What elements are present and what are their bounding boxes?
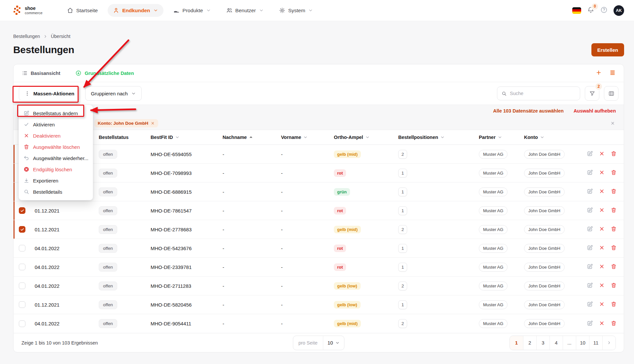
page-button-3[interactable]: 3 xyxy=(536,336,549,350)
cancel-row-button[interactable] xyxy=(599,226,605,233)
edit-row-button[interactable] xyxy=(587,263,593,271)
breadcrumb-item-bestellungen[interactable]: Bestellungen xyxy=(13,34,40,39)
edit-row-button[interactable] xyxy=(587,226,593,233)
row-checkbox[interactable] xyxy=(19,320,25,327)
funnel-icon xyxy=(589,90,595,97)
delete-row-button[interactable] xyxy=(611,301,617,308)
cancel-row-button[interactable] xyxy=(599,245,605,252)
row-checkbox[interactable] xyxy=(19,301,25,308)
menu-item-deaktivieren[interactable]: Deaktivieren xyxy=(19,130,93,141)
delete-row-button[interactable] xyxy=(611,282,617,289)
column-header-vorname[interactable]: Vorname xyxy=(281,135,334,140)
tab-basisansicht[interactable]: Basisansicht xyxy=(21,70,60,76)
column-header-nachname[interactable]: Nachname xyxy=(223,135,281,140)
column-header-bestellpositionen[interactable]: Bestellpositionen xyxy=(398,135,479,140)
group-by-button[interactable]: Gruppieren nach xyxy=(85,86,142,101)
menu-item-bestellstatus-ändern[interactable]: Bestellstatus ändern xyxy=(19,108,93,119)
row-checkbox[interactable] xyxy=(19,282,25,289)
create-button[interactable]: Erstellen xyxy=(591,43,624,56)
cancel-row-button[interactable] xyxy=(599,150,605,158)
delete-row-button[interactable] xyxy=(611,207,617,214)
edit-row-button[interactable] xyxy=(587,245,593,252)
edit-row-button[interactable] xyxy=(587,169,593,177)
per-page-select[interactable]: 10 xyxy=(323,336,344,350)
nav-item-benutzer[interactable]: Benutzer xyxy=(221,4,269,17)
next-page-button[interactable] xyxy=(602,336,616,350)
cancel-row-button[interactable] xyxy=(599,282,605,289)
row-checkbox[interactable] xyxy=(19,264,25,270)
remove-chip-icon[interactable] xyxy=(151,121,155,125)
delete-row-button[interactable] xyxy=(611,263,617,271)
menu-item-exportieren[interactable]: Exportieren xyxy=(19,175,93,186)
language-flag-german[interactable] xyxy=(572,7,581,14)
menu-item-bestelldetails[interactable]: Bestelldetails xyxy=(19,186,93,197)
positionen-badge: 1 xyxy=(398,187,407,196)
partner-badge: Muster AG xyxy=(479,206,508,215)
view-density-button[interactable] xyxy=(609,69,616,77)
delete-row-button[interactable] xyxy=(611,320,617,327)
trash-icon xyxy=(611,169,617,176)
edit-row-button[interactable] xyxy=(587,188,593,195)
page-button-4[interactable]: 4 xyxy=(549,336,563,350)
close-chips-icon[interactable] xyxy=(610,121,615,126)
delete-row-button[interactable] xyxy=(611,226,617,233)
delete-row-button[interactable] xyxy=(611,245,617,252)
delete-row-button[interactable] xyxy=(611,169,617,177)
app-logo[interactable]: shoe commerce xyxy=(13,6,43,16)
delete-row-button[interactable] xyxy=(611,150,617,158)
per-page-control[interactable]: pro Seite 10 xyxy=(293,336,345,350)
edit-row-button[interactable] xyxy=(587,282,593,289)
column-header-bestfit-id[interactable]: BestFit ID xyxy=(151,135,223,140)
menu-item-aktivieren[interactable]: Aktivieren xyxy=(19,119,93,130)
help-button[interactable] xyxy=(600,6,608,15)
vorname-value: - xyxy=(281,302,283,308)
sort-chevron-down-icon xyxy=(175,135,180,140)
row-checkbox-checked[interactable] xyxy=(19,226,25,233)
menu-item-ausgewählte-wiederher[interactable]: Ausgewählte wiederher... xyxy=(19,152,93,164)
cancel-row-button[interactable] xyxy=(599,263,605,271)
page-button-2[interactable]: 2 xyxy=(523,336,536,350)
edit-row-button[interactable] xyxy=(587,320,593,327)
sort-chevron-down-icon xyxy=(365,135,370,140)
column-header-bestellstatus[interactable]: Bestellstatus xyxy=(99,135,151,140)
nav-item-label: System xyxy=(288,8,305,14)
add-view-button[interactable] xyxy=(595,69,602,77)
column-header-konto[interactable]: Konto xyxy=(524,135,587,140)
vorname-value: - xyxy=(281,189,283,195)
row-checkbox-checked[interactable] xyxy=(19,207,25,214)
notifications-button[interactable]: 0 xyxy=(587,6,594,15)
cancel-row-button[interactable] xyxy=(599,188,605,195)
page-button-1[interactable]: 1 xyxy=(510,336,523,350)
delete-row-button[interactable] xyxy=(611,188,617,195)
columns-button[interactable] xyxy=(604,86,618,101)
bestfit-id-cell: MHO-DE-5423676 xyxy=(151,246,223,251)
menu-item-label: Exportieren xyxy=(33,178,58,183)
edit-row-button[interactable] xyxy=(587,301,593,308)
menu-item-ausgewählte-löschen[interactable]: Ausgewählte löschen xyxy=(19,141,93,152)
user-avatar[interactable]: AK xyxy=(614,5,624,16)
nav-item-system[interactable]: System xyxy=(274,4,319,17)
page-button-10[interactable]: 10 xyxy=(576,336,589,350)
bulk-actions-button[interactable]: Massen-Aktionen xyxy=(19,86,80,101)
edit-row-button[interactable] xyxy=(587,150,593,158)
menu-item-endgültig-löschen[interactable]: Endgültig löschen xyxy=(19,164,93,175)
cancel-row-button[interactable] xyxy=(599,301,605,308)
order-date-cell: 04.01.2022 xyxy=(35,246,99,251)
column-header-partner[interactable]: Partner xyxy=(479,135,524,140)
search-input[interactable] xyxy=(510,91,576,96)
page-button-...[interactable]: ... xyxy=(563,336,576,350)
cancel-row-button[interactable] xyxy=(599,320,605,327)
nav-item-produkte[interactable]: Produkte xyxy=(168,4,216,17)
cancel-row-button[interactable] xyxy=(599,207,605,214)
nav-item-startseite[interactable]: Startseite xyxy=(62,4,103,17)
row-checkbox[interactable] xyxy=(19,245,25,251)
page-button-11[interactable]: 11 xyxy=(589,336,602,350)
column-header-ortho-ampel[interactable]: Ortho-Ampel xyxy=(334,135,398,140)
clear-selection-link[interactable]: Auswahl aufheben xyxy=(574,108,616,114)
tab-grundsaetzliche-daten[interactable]: Grundsätzliche Daten xyxy=(75,70,134,76)
cancel-row-button[interactable] xyxy=(599,169,605,177)
nav-item-endkunden[interactable]: Endkunden xyxy=(108,4,163,17)
edit-row-button[interactable] xyxy=(587,207,593,214)
select-all-records-link[interactable]: Alle 103 Datensätze auswählen xyxy=(493,108,564,114)
partner-cell: Muster AG xyxy=(479,169,524,178)
